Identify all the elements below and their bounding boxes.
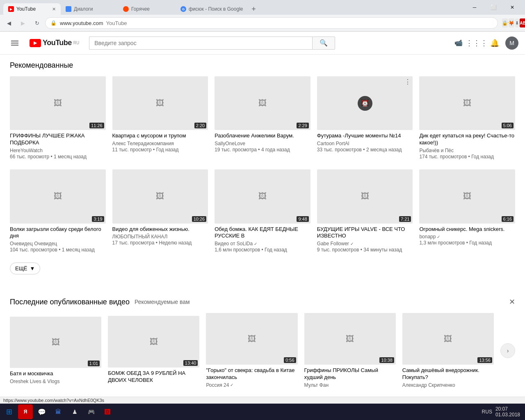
video-channel-8: Видео от SoLiDa ✓: [215, 241, 310, 247]
notifications-button[interactable]: 🔔: [487, 36, 502, 50]
video-card-1[interactable]: 11:26 ГРИФФИНЫ ЛУЧШЕЕ РЖАКА ПОДБОРКА Her…: [10, 76, 106, 160]
last-video-card-1[interactable]: 1:01 Батя и москвичка Oreshek Lives & Vl…: [10, 317, 101, 385]
video-info-6: Волки загрызли собаку среди белого дня О…: [10, 224, 106, 253]
video-thumb-6: 3:19: [10, 169, 106, 223]
video-text-1: ГРИФФИНЫ ЛУЧШЕЕ РЖАКА ПОДБОРКА HereYouWa…: [10, 132, 106, 160]
video-title-9: БУДУЩИЕ ИГРЫ VALVE - ВСЕ ЧТО ИЗВЕСТНО: [317, 226, 413, 240]
last-video-card-5[interactable]: 13:56 Самый дешёвый внедорожник. Покупат…: [402, 313, 494, 388]
video-menu-btn-4[interactable]: ⋮: [404, 78, 411, 86]
last-video-channel-3: Россия 24 ✓: [206, 382, 297, 388]
video-duration-6: 3:19: [92, 216, 104, 222]
youtube-logo-ru: RU: [73, 41, 79, 45]
video-thumb-10: 6:16: [419, 169, 515, 223]
ext3-icon[interactable]: ⬇: [515, 18, 519, 27]
tab-label-youtube: YouTube: [16, 6, 50, 12]
youtube-favicon: ▶: [8, 6, 14, 12]
new-tab-button[interactable]: +: [248, 3, 259, 15]
ext1-icon[interactable]: 🔒: [502, 18, 508, 27]
video-card-7[interactable]: 10:26 Видео для обиженных жизнью. ЛЮБОПЫ…: [112, 169, 208, 253]
hamburger-menu-button[interactable]: [7, 35, 23, 51]
youtube-logo-icon: [30, 39, 41, 47]
video-card-4[interactable]: ⏰ ⋮ Футурама -Лучшие моменты №14 Cartoon…: [317, 76, 413, 160]
last-video-thumb-1: 1:01: [10, 317, 101, 368]
last-video-duration-1: 1:01: [88, 361, 100, 366]
last-video-thumb-4: 10:38: [304, 313, 396, 365]
create-video-button[interactable]: 📹: [451, 36, 466, 50]
ext2-icon[interactable]: 🦊: [509, 18, 514, 27]
video-card-2[interactable]: 2:20 Квартира с мусором и трупом Алекс Т…: [112, 76, 208, 160]
recommended-grid-row2: 3:19 Волки загрызли собаку среди белого …: [10, 169, 515, 253]
back-button[interactable]: ◀: [3, 17, 15, 29]
last-video-duration-5: 13:56: [477, 357, 492, 363]
tab-goryachee[interactable]: Горячее: [118, 3, 176, 15]
forward-button[interactable]: ▶: [17, 17, 29, 29]
tab-youtube[interactable]: ▶ YouTube ✕: [3, 3, 61, 15]
last-video-text-2: БОМЖ ОБЕД ЗА 9 РУБЛЕЙ НА ДВОИХ ЧЕЛОВЕК: [108, 370, 199, 386]
last-video-thumb-2: 13:40: [108, 316, 199, 368]
tab-dialogi[interactable]: Диалоги: [61, 3, 118, 15]
video-thumb-9: 7:21: [317, 169, 413, 223]
svg-rect-2: [11, 45, 18, 46]
close-button[interactable]: ✕: [503, 0, 522, 15]
search-button[interactable]: 🔍: [312, 37, 335, 50]
last-video-duration-2: 13:40: [183, 360, 198, 366]
minimize-button[interactable]: ─: [465, 0, 484, 15]
last-videos-close-button[interactable]: ✕: [509, 297, 515, 306]
video-channel-9: Gabe Follower ✓: [317, 241, 413, 247]
tab-close-youtube[interactable]: ✕: [52, 7, 56, 12]
youtube-logo[interactable]: YouTubeRU: [30, 39, 79, 47]
last-video-card-3[interactable]: 0:56 "Горько" от свекра: свадьба в Китае…: [206, 313, 297, 388]
last-video-text-3: "Горько" от свекра: свадьба в Китае зако…: [206, 367, 297, 388]
url-bar[interactable]: 🔒 www.youtube.com YouTube: [45, 17, 498, 29]
video-channel-3: SallyOneLove: [215, 141, 310, 146]
video-duration-2: 2:20: [194, 123, 206, 128]
video-card-6[interactable]: 3:19 Волки загрызли собаку среди белого …: [10, 169, 106, 253]
video-meta-5: 174 тыс. просмотров • Год назад: [419, 154, 515, 160]
toolbar-icons: ⭐ 🔒 🦊 ⬇ AB ⬇: [500, 18, 522, 28]
video-duration-9: 7:21: [399, 216, 411, 222]
video-duration-3: 2:29: [297, 123, 308, 128]
search-input[interactable]: [89, 37, 312, 50]
last-video-card-2[interactable]: 13:40 БОМЖ ОБЕД ЗА 9 РУБЛЕЙ НА ДВОИХ ЧЕЛ…: [108, 316, 199, 385]
video-card-8[interactable]: 9:48 Обед бомжа. КАК ЕДЯТ БЕДНЫЕ РУССКИЕ…: [215, 169, 310, 253]
video-card-9[interactable]: 7:21 БУДУЩИЕ ИГРЫ VALVE - ВСЕ ЧТО ИЗВЕСТ…: [317, 169, 413, 253]
last-video-card-4[interactable]: 10:38 Гриффины ПРИКОЛЫ Самый худший день…: [304, 313, 396, 388]
video-meta-9: 9 тыс. просмотров • 34 минуты назад: [317, 247, 413, 253]
video-card-10[interactable]: 6:16 Огромный сникерс. Mega snickers. bo…: [419, 169, 515, 253]
more-button[interactable]: ЕЩЁ ▼: [10, 262, 40, 274]
video-info-5: Дик едет купаться на реку! Счастье-то ка…: [419, 130, 515, 160]
video-meta-8: 1,6 млн просмотров • Год назад: [215, 247, 310, 253]
next-videos-button[interactable]: ›: [500, 343, 515, 358]
video-views-1: 66 тыс. просмотр: [10, 154, 49, 160]
maximize-button[interactable]: ⬜: [484, 0, 503, 15]
tab-label-google: фисюк - Поиск в Google: [189, 6, 243, 12]
video-title-6: Волки загрызли собаку среди белого дня: [10, 226, 106, 240]
video-text-9: БУДУЩИЕ ИГРЫ VALVE - ВСЕ ЧТО ИЗВЕСТНО Ga…: [317, 226, 413, 253]
video-info-9: БУДУЩИЕ ИГРЫ VALVE - ВСЕ ЧТО ИЗВЕСТНО Ga…: [317, 224, 413, 253]
video-channel-4: Cartoon PortAl: [317, 141, 413, 146]
tab-google[interactable]: G фисюк - Поиск в Google: [176, 3, 248, 15]
last-video-info-5: Самый дешёвый внедорожник. Покупать? Але…: [402, 365, 494, 388]
last-videos-sub: Рекомендуемые вам: [135, 299, 190, 305]
apps-button[interactable]: ⋮⋮⋮: [469, 36, 484, 50]
verified-icon-10: ✓: [437, 235, 440, 239]
watch-later-overlay: ⏰: [358, 96, 372, 111]
main-content: Рекомендованные 11:26 ГРИФФИНЫ ЛУЧШЕЕ РЖ…: [0, 55, 525, 395]
browser-window: ▶ YouTube ✕ Диалоги Горячее G фисюк - По…: [0, 0, 525, 32]
address-bar: ◀ ▶ ↻ 🔒 www.youtube.com YouTube ⭐ 🔒 🦊 ⬇ …: [0, 15, 525, 31]
video-card-3[interactable]: 2:29 Разоблачение Анжелики Варум. SallyO…: [215, 76, 310, 160]
last-video-text-1: Батя и москвичка Oreshek Lives & Vlogs: [10, 370, 101, 385]
video-title-1: ГРИФФИНЫ ЛУЧШЕЕ РЖАКА ПОДБОРКА: [10, 132, 106, 146]
video-info-1: ГРИФФИНЫ ЛУЧШЕЕ РЖАКА ПОДБОРКА HereYouWa…: [10, 130, 106, 160]
user-avatar[interactable]: M: [505, 37, 518, 50]
dialogi-favicon: [66, 6, 71, 12]
recommended-section-title: Рекомендованные: [10, 61, 515, 70]
video-meta-6: 104 тыс. просмотров • 1 месяц назад: [10, 247, 106, 253]
refresh-button[interactable]: ↻: [31, 17, 43, 29]
video-info-10: Огромный сникерс. Mega snickers. bonapp …: [419, 224, 515, 246]
last-video-title-4: Гриффины ПРИКОЛЫ Самый худший день: [304, 367, 396, 381]
url-domain: www.youtube.com: [60, 20, 103, 26]
video-card-5[interactable]: 5:06 Дик едет купаться на реку! Счастье-…: [419, 76, 515, 160]
ext4-icon[interactable]: AB: [520, 18, 525, 27]
youtube-logo-text: YouTube: [43, 39, 72, 47]
